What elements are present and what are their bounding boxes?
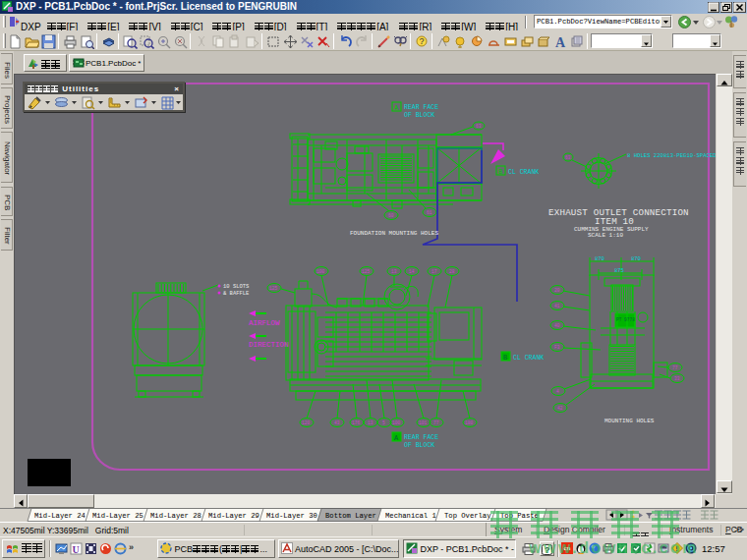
svg-text:870: 870 [595,255,604,262]
svg-text:Bottom Layer: Bottom Layer [325,512,376,520]
svg-text:61: 61 [427,210,432,215]
svg-text:FOUNDATION MOUNTING HOLES: FOUNDATION MOUNTING HOLES [350,230,438,237]
svg-text:A: A [555,35,566,49]
svg-text:120: 120 [302,420,310,425]
svg-text:28: 28 [449,269,455,274]
svg-text:Mid-Layer 25: Mid-Layer 25 [92,512,144,520]
svg-text:REAR FACE: REAR FACE [404,104,438,111]
svg-text:100: 100 [392,420,400,425]
svg-text:PT 9778: PT 9778 [616,317,635,322]
svg-text:63: 63 [476,124,482,129]
svg-text:180: 180 [465,420,473,425]
svg-text:DIRECTION: DIRECTION [249,341,289,349]
svg-text:5: 5 [382,420,385,425]
svg-text:?: ? [420,36,425,46]
svg-text:Mid-Layer 30: Mid-Layer 30 [266,512,317,520]
svg-text:41: 41 [554,304,560,308]
svg-text:101: 101 [419,420,427,425]
svg-text:60: 60 [388,213,394,218]
svg-text:33: 33 [674,376,680,381]
svg-text:100: 100 [316,269,324,274]
svg-text:4: 4 [556,389,559,394]
svg-text:CL CRANK: CL CRANK [513,355,544,362]
svg-text:125: 125 [269,286,277,291]
svg-text:CL CRANK: CL CRANK [508,169,539,176]
svg-text:17: 17 [431,269,437,274]
svg-text:F3: F3 [554,345,560,350]
svg-text:OF BLOCK: OF BLOCK [404,112,434,119]
svg-text:Mechanical 1: Mechanical 1 [385,512,436,520]
svg-text:Mid-Layer 29: Mid-Layer 29 [208,512,259,520]
svg-text:8 HOLES 220813-PEG10-SPACED: 8 HOLES 220813-PEG10-SPACED [627,152,716,159]
svg-text:Mid-Layer 28: Mid-Layer 28 [150,512,201,520]
svg-text:14: 14 [409,269,415,274]
svg-text:43: 43 [334,420,340,425]
svg-text:& BAFFLE: & BAFFLE [223,290,250,297]
svg-text:AIRFLOW: AIRFLOW [249,319,280,327]
svg-text:176: 176 [352,420,360,425]
svg-text:42: 42 [557,406,563,411]
svg-text:875: 875 [614,267,624,274]
svg-text:870: 870 [631,255,641,262]
svg-text:40: 40 [554,323,560,328]
svg-text:B: B [503,354,507,362]
svg-text:13: 13 [391,269,397,274]
svg-text:MOUNTING HOLES: MOUNTING HOLES [604,418,655,424]
svg-text:U: U [73,544,80,555]
svg-text:A: A [394,104,399,112]
svg-text:77: 77 [433,420,439,425]
svg-text:13: 13 [368,420,374,425]
svg-text:77: 77 [672,365,678,370]
svg-text:125: 125 [362,269,370,274]
svg-text:10 SLOTS: 10 SLOTS [223,283,250,290]
svg-text:63: 63 [565,155,571,160]
svg-text:REAR FACE: REAR FACE [404,434,438,441]
svg-text:20: 20 [554,288,560,293]
svg-text:OF BLOCK: OF BLOCK [404,442,434,449]
svg-text:B: B [498,168,502,176]
svg-text:Top Overlay: Top Overlay [444,512,491,520]
svg-text:SCALE 1:10: SCALE 1:10 [588,232,623,239]
svg-text:Mid-Layer 24: Mid-Layer 24 [34,512,86,520]
